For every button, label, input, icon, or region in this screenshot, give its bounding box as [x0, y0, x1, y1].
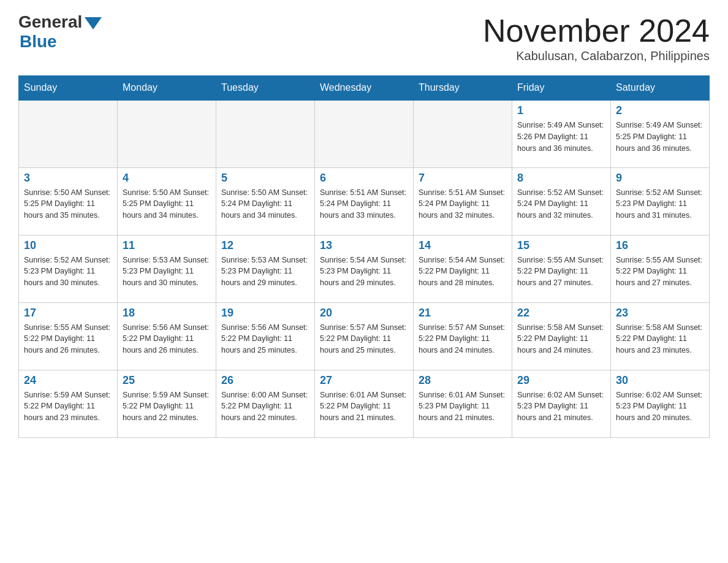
calendar-cell: 5Sunrise: 5:50 AM Sunset: 5:24 PM Daylig… — [216, 167, 315, 235]
day-info: Sunrise: 6:02 AM Sunset: 5:23 PM Dayligh… — [517, 389, 605, 424]
calendar-cell: 8Sunrise: 5:52 AM Sunset: 5:24 PM Daylig… — [512, 167, 611, 235]
day-number: 30 — [616, 374, 704, 387]
day-number: 29 — [517, 374, 605, 387]
day-number: 4 — [123, 172, 211, 185]
weekday-header-row: SundayMondayTuesdayWednesdayThursdayFrid… — [19, 76, 710, 101]
calendar-cell: 18Sunrise: 5:56 AM Sunset: 5:22 PM Dayli… — [118, 302, 216, 370]
day-number: 1 — [517, 104, 605, 117]
day-info: Sunrise: 5:58 AM Sunset: 5:22 PM Dayligh… — [616, 322, 704, 356]
calendar-cell: 15Sunrise: 5:55 AM Sunset: 5:22 PM Dayli… — [512, 235, 611, 302]
day-number: 20 — [320, 307, 408, 320]
day-number: 8 — [517, 172, 605, 185]
day-number: 7 — [419, 172, 507, 185]
day-number: 22 — [517, 307, 605, 320]
calendar-cell: 22Sunrise: 5:58 AM Sunset: 5:22 PM Dayli… — [512, 302, 611, 370]
weekday-header-wednesday: Wednesday — [315, 76, 414, 101]
day-info: Sunrise: 5:50 AM Sunset: 5:25 PM Dayligh… — [123, 187, 211, 221]
calendar-cell: 14Sunrise: 5:54 AM Sunset: 5:22 PM Dayli… — [414, 235, 512, 302]
day-info: Sunrise: 5:55 AM Sunset: 5:22 PM Dayligh… — [24, 322, 112, 356]
day-number: 27 — [320, 374, 408, 387]
calendar-cell: 3Sunrise: 5:50 AM Sunset: 5:25 PM Daylig… — [19, 167, 118, 235]
day-info: Sunrise: 5:49 AM Sunset: 5:26 PM Dayligh… — [517, 120, 605, 154]
calendar-week-3: 10Sunrise: 5:52 AM Sunset: 5:23 PM Dayli… — [19, 235, 710, 302]
day-number: 21 — [419, 307, 507, 320]
weekday-header-monday: Monday — [118, 76, 216, 101]
calendar-cell: 26Sunrise: 6:00 AM Sunset: 5:22 PM Dayli… — [216, 370, 315, 437]
day-info: Sunrise: 6:01 AM Sunset: 5:22 PM Dayligh… — [320, 389, 408, 424]
day-info: Sunrise: 5:56 AM Sunset: 5:22 PM Dayligh… — [123, 322, 211, 356]
day-number: 24 — [24, 374, 112, 387]
day-info: Sunrise: 5:59 AM Sunset: 5:22 PM Dayligh… — [24, 389, 112, 424]
calendar-cell: 12Sunrise: 5:53 AM Sunset: 5:23 PM Dayli… — [216, 235, 315, 302]
day-number: 25 — [123, 374, 211, 387]
logo: General Blue — [18, 12, 102, 52]
logo-triangle-icon — [85, 17, 102, 29]
day-number: 2 — [616, 104, 704, 117]
day-info: Sunrise: 5:55 AM Sunset: 5:22 PM Dayligh… — [616, 255, 704, 289]
day-info: Sunrise: 5:58 AM Sunset: 5:22 PM Dayligh… — [517, 322, 605, 356]
calendar-cell: 2Sunrise: 5:49 AM Sunset: 5:25 PM Daylig… — [611, 100, 710, 167]
calendar-cell: 6Sunrise: 5:51 AM Sunset: 5:24 PM Daylig… — [315, 167, 414, 235]
calendar-cell — [216, 100, 315, 167]
day-number: 9 — [616, 172, 704, 185]
day-info: Sunrise: 5:56 AM Sunset: 5:22 PM Dayligh… — [221, 322, 309, 356]
calendar-cell: 19Sunrise: 5:56 AM Sunset: 5:22 PM Dayli… — [216, 302, 315, 370]
day-info: Sunrise: 6:00 AM Sunset: 5:22 PM Dayligh… — [221, 389, 309, 424]
calendar-cell: 24Sunrise: 5:59 AM Sunset: 5:22 PM Dayli… — [19, 370, 118, 437]
day-info: Sunrise: 5:50 AM Sunset: 5:24 PM Dayligh… — [221, 187, 309, 221]
day-number: 15 — [517, 239, 605, 252]
calendar-cell — [118, 100, 216, 167]
weekday-header-sunday: Sunday — [19, 76, 118, 101]
day-info: Sunrise: 5:57 AM Sunset: 5:22 PM Dayligh… — [419, 322, 507, 356]
day-number: 26 — [221, 374, 309, 387]
calendar-cell: 30Sunrise: 6:02 AM Sunset: 5:23 PM Dayli… — [611, 370, 710, 437]
calendar-week-4: 17Sunrise: 5:55 AM Sunset: 5:22 PM Dayli… — [19, 302, 710, 370]
calendar-cell — [19, 100, 118, 167]
calendar-cell: 1Sunrise: 5:49 AM Sunset: 5:26 PM Daylig… — [512, 100, 611, 167]
day-info: Sunrise: 5:52 AM Sunset: 5:23 PM Dayligh… — [24, 255, 112, 289]
calendar-cell: 16Sunrise: 5:55 AM Sunset: 5:22 PM Dayli… — [611, 235, 710, 302]
logo-blue-text: Blue — [20, 32, 57, 52]
day-info: Sunrise: 5:54 AM Sunset: 5:22 PM Dayligh… — [419, 255, 507, 289]
day-info: Sunrise: 5:53 AM Sunset: 5:23 PM Dayligh… — [221, 255, 309, 289]
day-info: Sunrise: 6:01 AM Sunset: 5:23 PM Dayligh… — [419, 389, 507, 424]
day-number: 3 — [24, 172, 112, 185]
calendar-cell: 23Sunrise: 5:58 AM Sunset: 5:22 PM Dayli… — [611, 302, 710, 370]
day-number: 11 — [123, 239, 211, 252]
day-number: 5 — [221, 172, 309, 185]
calendar-cell: 10Sunrise: 5:52 AM Sunset: 5:23 PM Dayli… — [19, 235, 118, 302]
day-number: 28 — [419, 374, 507, 387]
calendar-cell: 7Sunrise: 5:51 AM Sunset: 5:24 PM Daylig… — [414, 167, 512, 235]
day-info: Sunrise: 5:52 AM Sunset: 5:23 PM Dayligh… — [616, 187, 704, 221]
calendar-cell: 21Sunrise: 5:57 AM Sunset: 5:22 PM Dayli… — [414, 302, 512, 370]
day-number: 19 — [221, 307, 309, 320]
day-info: Sunrise: 5:55 AM Sunset: 5:22 PM Dayligh… — [517, 255, 605, 289]
month-year-title: November 2024 — [483, 12, 710, 49]
calendar-table: SundayMondayTuesdayWednesdayThursdayFrid… — [18, 75, 710, 438]
day-number: 12 — [221, 239, 309, 252]
calendar-cell: 29Sunrise: 6:02 AM Sunset: 5:23 PM Dayli… — [512, 370, 611, 437]
logo-general-text: General — [18, 12, 82, 32]
header: General Blue November 2024 Kabulusan, Ca… — [18, 12, 710, 63]
calendar-cell: 11Sunrise: 5:53 AM Sunset: 5:23 PM Dayli… — [118, 235, 216, 302]
calendar-cell — [414, 100, 512, 167]
day-info: Sunrise: 5:49 AM Sunset: 5:25 PM Dayligh… — [616, 120, 704, 154]
calendar-cell: 9Sunrise: 5:52 AM Sunset: 5:23 PM Daylig… — [611, 167, 710, 235]
title-area: November 2024 Kabulusan, Calabarzon, Phi… — [483, 12, 710, 63]
day-info: Sunrise: 5:53 AM Sunset: 5:23 PM Dayligh… — [123, 255, 211, 289]
day-number: 10 — [24, 239, 112, 252]
day-info: Sunrise: 5:51 AM Sunset: 5:24 PM Dayligh… — [320, 187, 408, 221]
day-info: Sunrise: 5:54 AM Sunset: 5:23 PM Dayligh… — [320, 255, 408, 289]
day-info: Sunrise: 5:59 AM Sunset: 5:22 PM Dayligh… — [123, 389, 211, 424]
weekday-header-thursday: Thursday — [414, 76, 512, 101]
calendar-cell: 25Sunrise: 5:59 AM Sunset: 5:22 PM Dayli… — [118, 370, 216, 437]
calendar-cell: 13Sunrise: 5:54 AM Sunset: 5:23 PM Dayli… — [315, 235, 414, 302]
day-info: Sunrise: 5:57 AM Sunset: 5:22 PM Dayligh… — [320, 322, 408, 356]
calendar-cell — [315, 100, 414, 167]
calendar-cell: 4Sunrise: 5:50 AM Sunset: 5:25 PM Daylig… — [118, 167, 216, 235]
weekday-header-friday: Friday — [512, 76, 611, 101]
calendar-cell: 17Sunrise: 5:55 AM Sunset: 5:22 PM Dayli… — [19, 302, 118, 370]
weekday-header-tuesday: Tuesday — [216, 76, 315, 101]
calendar-cell: 27Sunrise: 6:01 AM Sunset: 5:22 PM Dayli… — [315, 370, 414, 437]
calendar-cell: 20Sunrise: 5:57 AM Sunset: 5:22 PM Dayli… — [315, 302, 414, 370]
